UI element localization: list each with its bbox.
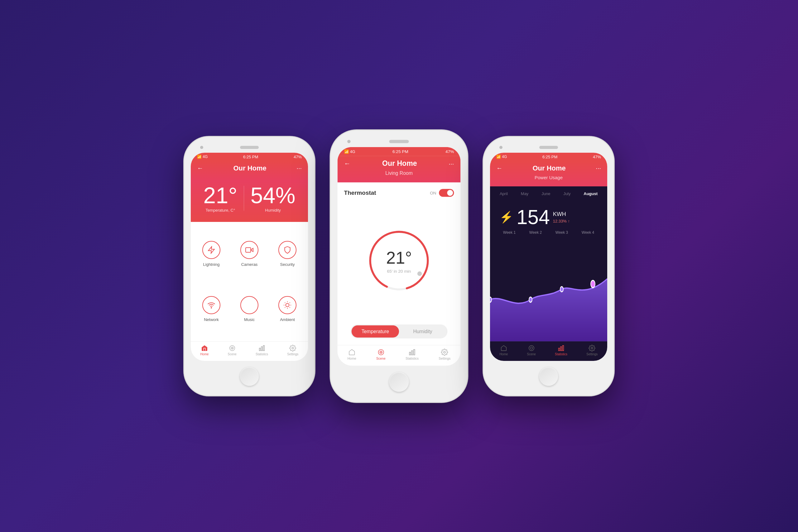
security-cell[interactable]: Security	[270, 228, 305, 280]
nav-statistics-center[interactable]: Statistics	[405, 348, 419, 360]
header-title-left: Our Home	[233, 164, 266, 172]
month-may[interactable]: May	[518, 190, 531, 197]
menu-button-right[interactable]: ···	[596, 165, 601, 172]
menu-button-left[interactable]: ···	[297, 165, 302, 172]
back-button-right[interactable]: ←	[496, 165, 502, 172]
signal-left: 📶 4G	[197, 155, 208, 159]
phone-left: 📶 4G 6:25 PM 47% ← Our Home ··· 21° Temp…	[184, 136, 315, 396]
nav-settings-right[interactable]: Settings	[586, 345, 597, 356]
phone-bottom-center	[338, 365, 461, 395]
cameras-cell[interactable]: Cameras	[232, 228, 267, 280]
nav-settings-label-left: Settings	[287, 353, 298, 356]
phone-center: 📶 4G 6:25 PM 47% ← Our Home ··· Living R…	[330, 130, 468, 402]
svg-point-23	[417, 271, 422, 276]
back-button-center[interactable]: ←	[344, 159, 351, 167]
thermostat-section: Thermostat ON	[338, 182, 461, 345]
bottom-nav-left: Home Scene Statistics Settings	[191, 341, 308, 361]
cameras-label: Cameras	[241, 262, 258, 267]
svg-rect-28	[412, 350, 413, 355]
svg-line-12	[285, 307, 286, 308]
svg-point-2	[211, 307, 212, 308]
month-august[interactable]: August	[581, 190, 600, 197]
thermostat-title: Thermostat	[344, 189, 376, 196]
temperature-tab[interactable]: Temperature	[352, 325, 399, 338]
nav-statistics-left[interactable]: Statistics	[255, 345, 268, 356]
nav-statistics-label-right: Statistics	[555, 353, 567, 356]
svg-marker-0	[208, 247, 214, 253]
svg-point-40	[591, 347, 593, 349]
home-button-center[interactable]	[390, 372, 409, 392]
signal-center: 📶 4G	[344, 149, 355, 154]
time-left: 6:25 PM	[243, 155, 258, 159]
security-label: Security	[280, 262, 295, 267]
battery-right: 47%	[593, 155, 601, 159]
nav-home-label-right: Home	[500, 353, 508, 356]
network-label: Network	[204, 317, 219, 322]
ambient-label: Ambient	[280, 317, 295, 322]
icons-grid: Lightning Cameras Security	[191, 222, 308, 341]
power-chart	[490, 237, 607, 341]
speaker	[240, 146, 259, 149]
nav-settings-left[interactable]: Settings	[287, 345, 298, 356]
week-4-label: Week 4	[582, 230, 594, 235]
month-april[interactable]: April	[497, 190, 510, 197]
network-cell[interactable]: Network	[194, 283, 229, 335]
lightning-icon	[202, 241, 221, 259]
music-label: Music	[244, 317, 255, 322]
phone-top-bar-center	[338, 137, 461, 147]
music-icon	[240, 296, 259, 314]
power-unit-container: KWH 12.33% ↑	[553, 211, 570, 224]
power-reading: ⚡ 154 KWH 12.33% ↑	[490, 201, 607, 230]
camera-dot-center	[347, 140, 351, 143]
back-button-left[interactable]: ←	[197, 165, 203, 172]
bottom-nav-center: Home Scene Statistics Settings	[338, 345, 461, 365]
svg-point-32	[529, 297, 532, 302]
svg-rect-18	[261, 346, 263, 350]
nav-scene-label-center: Scene	[376, 357, 385, 360]
battery-center: 47%	[445, 149, 454, 154]
nav-settings-center[interactable]: Settings	[439, 348, 451, 360]
svg-point-16	[232, 348, 232, 348]
month-june[interactable]: June	[539, 190, 553, 197]
phone-bottom-left	[191, 361, 308, 389]
nav-scene-right[interactable]: Scene	[527, 345, 535, 356]
week-labels: Week 1 Week 2 Week 3 Week 4	[490, 230, 607, 237]
lightning-label: Lightning	[203, 262, 220, 267]
header-center: ← Our Home ··· Living Room	[338, 156, 461, 182]
music-cell[interactable]: Music	[232, 283, 267, 335]
nav-scene-label-right: Scene	[527, 353, 535, 356]
time-right: 6:25 PM	[543, 155, 557, 159]
status-bar-right: 📶 4G 6:25 PM 47%	[490, 153, 607, 161]
humidity-tab[interactable]: Humidity	[399, 325, 446, 338]
nav-statistics-label-center: Statistics	[405, 357, 419, 360]
thermostat-dial[interactable]: 21° 65' in 20 min	[366, 228, 432, 293]
header-right: ← Our Home ··· Power Usage	[490, 161, 607, 186]
weather-section: 21° Temperature, C° 54% Humidity	[191, 181, 308, 222]
camera-dot-right	[499, 146, 502, 149]
phone-screen-right: 📶 4G 6:25 PM 47% ← Our Home ··· Power Us…	[490, 153, 607, 361]
nav-home-left[interactable]: Home	[201, 345, 209, 356]
svg-point-20	[292, 347, 294, 349]
month-july[interactable]: July	[561, 190, 573, 197]
home-button-right[interactable]	[539, 367, 558, 386]
svg-rect-19	[263, 345, 265, 350]
nav-statistics-right[interactable]: Statistics	[555, 345, 567, 356]
thermostat-toggle[interactable]	[439, 189, 454, 197]
humidity-label: Humidity	[251, 208, 296, 212]
nav-scene-left[interactable]: Scene	[228, 345, 236, 356]
lightning-cell[interactable]: Lightning	[194, 228, 229, 280]
nav-home-right[interactable]: Home	[500, 345, 508, 356]
svg-point-26	[381, 352, 381, 353]
weather-divider	[244, 186, 244, 211]
nav-row-left: ← Our Home ···	[197, 164, 302, 172]
ambient-cell[interactable]: Ambient	[270, 283, 305, 335]
home-button-left[interactable]	[240, 367, 259, 386]
nav-home-label-left: Home	[201, 353, 209, 356]
nav-scene-center[interactable]: Scene	[376, 348, 385, 360]
nav-home-center[interactable]: Home	[347, 348, 356, 360]
temp-tabs: Temperature Humidity	[351, 324, 448, 338]
menu-button-center[interactable]: ···	[449, 159, 454, 167]
speaker-right	[539, 146, 558, 149]
power-section: April May June July August ⚡ 154 KWH 12.…	[490, 186, 607, 341]
phones-container: 📶 4G 6:25 PM 47% ← Our Home ··· 21° Temp…	[184, 136, 614, 396]
